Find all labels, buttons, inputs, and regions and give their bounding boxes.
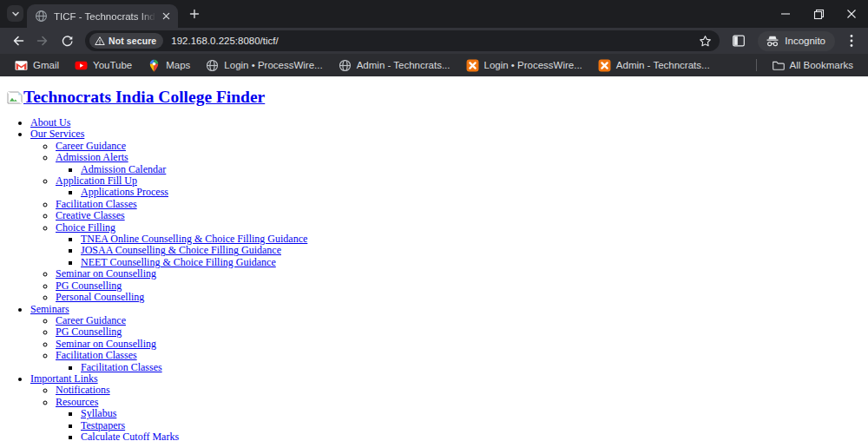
- globe-favicon-icon: [35, 10, 48, 23]
- nav-link[interactable]: Testpapers: [81, 419, 125, 431]
- close-icon: [162, 12, 170, 20]
- nav-link[interactable]: Career Guidance: [56, 140, 126, 152]
- bookmark-label: Admin - Techncrats...: [357, 60, 450, 70]
- tab-search-button[interactable]: [7, 5, 23, 22]
- bookmark-item[interactable]: YouTube: [69, 57, 138, 74]
- nav-list-item: Career Guidance: [56, 315, 868, 326]
- nav-list-item: Facilitation ClassesFacilitation Classes: [56, 350, 868, 373]
- kebab-icon: [850, 34, 853, 48]
- nav-list-item: Application Fill UpApplications Process: [56, 175, 868, 199]
- nav-link[interactable]: Applications Process: [81, 186, 168, 198]
- forward-button[interactable]: [31, 30, 54, 52]
- maps-icon: [148, 59, 161, 72]
- nav-list-item: Facilitation Classes: [81, 362, 868, 373]
- nav-list-item: SeminarsCareer GuidancePG CounsellingSem…: [30, 304, 868, 373]
- bookmarks-bar: GmailYouTubeMapsLogin • ProcessWire...Ad…: [0, 54, 868, 76]
- minimize-button[interactable]: [769, 0, 802, 28]
- nav-link[interactable]: Admission Calendar: [81, 163, 166, 175]
- nav-list-item: PG Counselling: [56, 280, 868, 292]
- nav-list-item: Seminar on Counselling: [56, 268, 868, 280]
- bookmark-item[interactable]: Gmail: [9, 57, 65, 74]
- nav-link[interactable]: PG Counselling: [56, 326, 122, 338]
- nav-link[interactable]: Choice Filling: [56, 221, 115, 234]
- nav-link[interactable]: PG Counselling: [56, 280, 122, 292]
- nav-list: About UsOur ServicesCareer GuidanceAdmis…: [7, 117, 868, 441]
- browser-tab[interactable]: TICF - Technocrats India Colleg: [27, 4, 178, 28]
- nav-list: Career GuidancePG CounsellingSeminar on …: [30, 315, 868, 373]
- address-bar[interactable]: Not secure 192.168.0.225:8080/ticf/: [85, 30, 720, 51]
- bookmark-item[interactable]: Maps: [141, 57, 196, 74]
- bookmark-item[interactable]: Login • ProcessWire...: [460, 57, 589, 74]
- chevron-down-icon: [11, 10, 20, 18]
- nav-link[interactable]: JOSAA Counselling & Choice Filling Guida…: [81, 244, 281, 256]
- bookmark-item[interactable]: Admin - Techncrats...: [332, 57, 457, 74]
- bookmark-star-button[interactable]: [695, 31, 714, 50]
- bookmark-label: Login • ProcessWire...: [224, 60, 322, 70]
- close-icon: [846, 9, 857, 19]
- bookmark-item[interactable]: Login • ProcessWire...: [200, 57, 328, 74]
- nav-link[interactable]: Application Fill Up: [56, 174, 137, 187]
- incognito-label: Incognito: [785, 36, 825, 46]
- nav-link[interactable]: About Us: [30, 116, 70, 128]
- nav-link[interactable]: Seminar on Counselling: [56, 267, 156, 280]
- nav-link[interactable]: Seminars: [30, 303, 69, 315]
- nav-list-item: ResourcesSyllabusTestpapersCalculate Cut…: [56, 397, 868, 441]
- nav-list-item: Testpapers: [81, 420, 868, 431]
- nav-list-item: PG Counselling: [56, 326, 868, 338]
- incognito-icon: [766, 35, 779, 48]
- site-title-link[interactable]: Technocrats India College Finder: [7, 88, 265, 106]
- nav-list: SyllabusTestpapersCalculate Cutoff Marks: [56, 408, 868, 441]
- nav-link[interactable]: NEET Counselling & Choice Filling Guidan…: [81, 256, 276, 268]
- nav-list: Facilitation Classes: [56, 362, 868, 373]
- nav-link[interactable]: Notifications: [56, 384, 110, 396]
- bookmark-item[interactable]: Admin - Techncrats...: [592, 57, 716, 74]
- window-controls: [769, 0, 868, 28]
- youtube-icon: [75, 59, 88, 72]
- restore-icon: [813, 9, 825, 20]
- bookmark-label: Login • ProcessWire...: [484, 60, 582, 70]
- bookmarks-bar-right: All Bookmarks: [756, 57, 860, 74]
- tab-title: TICF - Technocrats India Colleg: [54, 11, 159, 22]
- all-bookmarks-button[interactable]: All Bookmarks: [766, 57, 860, 74]
- nav-link[interactable]: Syllabus: [81, 407, 116, 419]
- broken-image-icon: [7, 89, 23, 102]
- nav-link[interactable]: Facilitation Classes: [56, 198, 137, 210]
- nav-link[interactable]: Resources: [56, 396, 98, 408]
- side-panel-button[interactable]: [727, 30, 751, 52]
- bookmark-label: Admin - Techncrats...: [616, 60, 710, 70]
- tab-close-button[interactable]: [159, 10, 173, 23]
- processwire-icon: [598, 59, 611, 72]
- nav-list-item: Admission Calendar: [81, 164, 868, 175]
- nav-link[interactable]: Important Links: [30, 372, 98, 385]
- nav-link[interactable]: TNEA Online Counselling & Choice Filling…: [81, 233, 307, 245]
- nav-list-item: Important LinksNotificationsResourcesSyl…: [30, 373, 868, 441]
- page-content: Technocrats India College Finder About U…: [0, 76, 868, 441]
- bookmark-label: YouTube: [93, 60, 132, 70]
- nav-list: Career GuidanceAdmission AlertsAdmission…: [30, 141, 868, 304]
- back-button[interactable]: [7, 30, 30, 52]
- new-tab-button[interactable]: [183, 3, 206, 25]
- nav-link[interactable]: Our Services: [30, 128, 84, 140]
- nav-list: NotificationsResourcesSyllabusTestpapers…: [30, 385, 868, 441]
- nav-link[interactable]: Calculate Cutoff Marks: [81, 431, 179, 441]
- restore-button[interactable]: [802, 0, 835, 28]
- nav-list-item: Notifications: [56, 385, 868, 396]
- divider: [756, 59, 757, 71]
- nav-link[interactable]: Career Guidance: [56, 314, 126, 326]
- forward-arrow-icon: [36, 34, 49, 48]
- nav-link[interactable]: Facilitation Classes: [81, 361, 162, 373]
- not-secure-chip[interactable]: Not secure: [89, 33, 163, 49]
- all-bookmarks-label: All Bookmarks: [790, 60, 854, 70]
- reload-button[interactable]: [56, 30, 78, 52]
- url-text[interactable]: 192.168.0.225:8080/ticf/: [171, 36, 695, 46]
- close-window-button[interactable]: [835, 0, 868, 28]
- nav-link[interactable]: Creative Classes: [56, 209, 125, 221]
- nav-link[interactable]: Admission Alerts: [56, 151, 128, 163]
- nav-link[interactable]: Seminar on Counselling: [56, 338, 156, 350]
- nav-list-item: Career Guidance: [56, 141, 868, 152]
- nav-link[interactable]: Facilitation Classes: [56, 349, 137, 361]
- menu-kebab-button[interactable]: [842, 30, 861, 52]
- nav-link[interactable]: Personal Counselling: [56, 291, 144, 303]
- gmail-icon: [15, 59, 28, 72]
- incognito-badge: Incognito: [758, 31, 835, 51]
